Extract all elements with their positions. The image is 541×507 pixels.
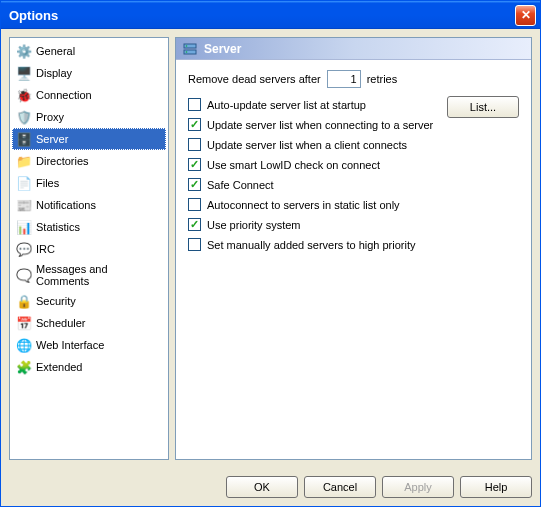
sidebar-item-label: General [36,45,75,57]
security-icon: 🔒 [16,293,32,309]
sidebar-item-statistics[interactable]: 📊Statistics [12,216,166,238]
remove-dead-label-after: retries [367,73,398,85]
messages-icon: 🗨️ [16,267,32,283]
general-icon: ⚙️ [16,43,32,59]
sidebar-item-label: Scheduler [36,317,86,329]
checkbox[interactable] [188,138,201,151]
sidebar-item-label: Display [36,67,72,79]
sidebar-item-label: Server [36,133,68,145]
sidebar-item-label: Proxy [36,111,64,123]
help-button[interactable]: Help [460,476,532,498]
option-row: ✓Use priority system [188,218,519,231]
option-label[interactable]: Set manually added servers to high prior… [207,239,416,251]
svg-point-3 [186,51,188,53]
options-window: Options ✕ ⚙️General🖥️Display🐞Connection🛡… [0,0,541,507]
checkbox[interactable]: ✓ [188,118,201,131]
sidebar-item-scheduler[interactable]: 📅Scheduler [12,312,166,334]
sidebar-item-display[interactable]: 🖥️Display [12,62,166,84]
option-row: ✓Use smart LowID check on connect [188,158,519,171]
option-row: Set manually added servers to high prior… [188,238,519,251]
ok-button[interactable]: OK [226,476,298,498]
sidebar-item-extended[interactable]: 🧩Extended [12,356,166,378]
sidebar-item-label: Security [36,295,76,307]
footer: OK Cancel Apply Help [1,468,540,506]
option-label[interactable]: Use smart LowID check on connect [207,159,380,171]
panel-title: Server [204,42,241,56]
sidebar-item-connection[interactable]: 🐞Connection [12,84,166,106]
titlebar: Options ✕ [1,1,540,29]
sidebar-item-label: Web Interface [36,339,104,351]
option-row: ✓Safe Connect [188,178,519,191]
checkbox[interactable] [188,198,201,211]
sidebar-item-label: Statistics [36,221,80,233]
window-title: Options [9,8,515,23]
sidebar-item-server[interactable]: 🗄️Server [12,128,166,150]
extended-icon: 🧩 [16,359,32,375]
sidebar-item-label: Extended [36,361,82,373]
directories-icon: 📁 [16,153,32,169]
list-button[interactable]: List... [447,96,519,118]
proxy-icon: 🛡️ [16,109,32,125]
cancel-button[interactable]: Cancel [304,476,376,498]
sidebar-item-irc[interactable]: 💬IRC [12,238,166,260]
option-row: Update server list when a client connect… [188,138,519,151]
sidebar-item-proxy[interactable]: 🛡️Proxy [12,106,166,128]
remove-dead-input[interactable] [327,70,361,88]
checkbox[interactable] [188,238,201,251]
sidebar-item-general[interactable]: ⚙️General [12,40,166,62]
scheduler-icon: 📅 [16,315,32,331]
checkbox[interactable]: ✓ [188,158,201,171]
remove-dead-label-before: Remove dead servers after [188,73,321,85]
options-list: Auto-update server list at startup✓Updat… [188,98,519,251]
sidebar-item-messages[interactable]: 🗨️Messages and Comments [12,260,166,290]
close-button[interactable]: ✕ [515,5,536,26]
sidebar-item-files[interactable]: 📄Files [12,172,166,194]
svg-point-2 [186,45,188,47]
sidebar-item-label: Notifications [36,199,96,211]
checkbox[interactable] [188,98,201,111]
option-label[interactable]: Update server list when connecting to a … [207,119,433,131]
close-icon: ✕ [521,8,531,22]
main-panel: Server Remove dead servers after retries… [175,37,532,460]
apply-button[interactable]: Apply [382,476,454,498]
window-body: ⚙️General🖥️Display🐞Connection🛡️Proxy🗄️Se… [1,29,540,468]
panel-header: Server [176,38,531,60]
irc-icon: 💬 [16,241,32,257]
sidebar-item-label: Messages and Comments [36,263,162,287]
sidebar-item-security[interactable]: 🔒Security [12,290,166,312]
option-row: Autoconnect to servers in static list on… [188,198,519,211]
files-icon: 📄 [16,175,32,191]
notifications-icon: 📰 [16,197,32,213]
sidebar-item-label: Connection [36,89,92,101]
sidebar-item-directories[interactable]: 📁Directories [12,150,166,172]
server-icon: 🗄️ [16,131,32,147]
statistics-icon: 📊 [16,219,32,235]
option-label[interactable]: Use priority system [207,219,301,231]
checkbox[interactable]: ✓ [188,178,201,191]
web-icon: 🌐 [16,337,32,353]
connection-icon: 🐞 [16,87,32,103]
sidebar-item-label: IRC [36,243,55,255]
sidebar-item-web[interactable]: 🌐Web Interface [12,334,166,356]
option-label[interactable]: Safe Connect [207,179,274,191]
remove-dead-row: Remove dead servers after retries [188,70,519,88]
sidebar: ⚙️General🖥️Display🐞Connection🛡️Proxy🗄️Se… [9,37,169,460]
option-row: ✓Update server list when connecting to a… [188,118,519,131]
checkbox[interactable]: ✓ [188,218,201,231]
option-label[interactable]: Update server list when a client connect… [207,139,407,151]
sidebar-item-label: Files [36,177,59,189]
display-icon: 🖥️ [16,65,32,81]
option-label[interactable]: Auto-update server list at startup [207,99,366,111]
server-icon [182,41,198,57]
sidebar-item-notifications[interactable]: 📰Notifications [12,194,166,216]
panel-body: Remove dead servers after retries List..… [176,60,531,459]
sidebar-item-label: Directories [36,155,89,167]
option-label[interactable]: Autoconnect to servers in static list on… [207,199,400,211]
